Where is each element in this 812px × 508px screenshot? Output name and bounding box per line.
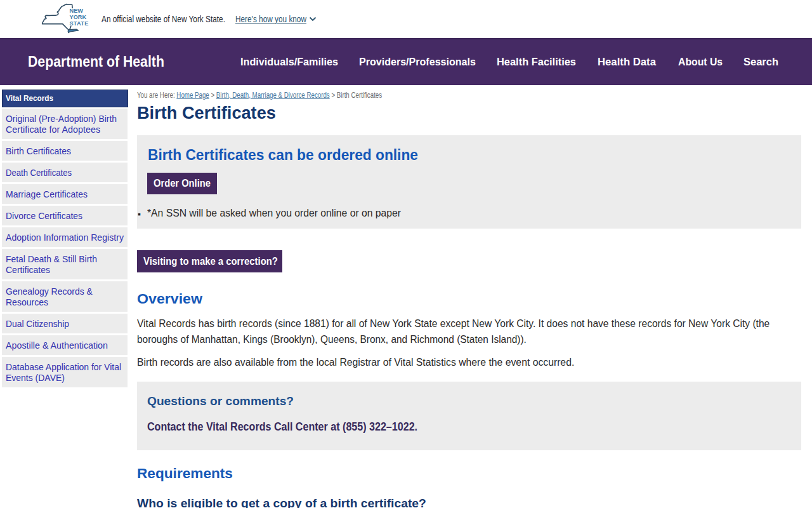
svg-text:NEW: NEW <box>70 8 84 14</box>
svg-text:YORK: YORK <box>70 14 87 20</box>
svg-text:STATE: STATE <box>69 20 88 27</box>
